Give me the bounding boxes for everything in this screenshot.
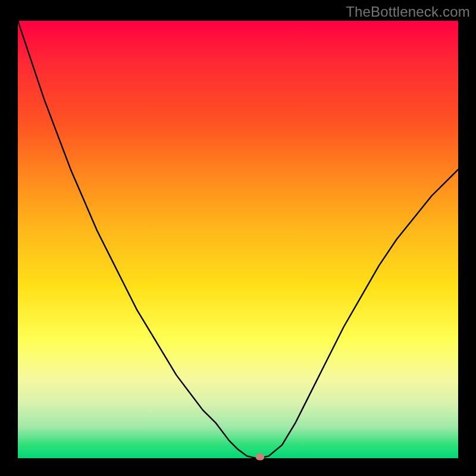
- attribution-label: TheBottleneck.com: [346, 4, 470, 20]
- chart-container: TheBottleneck.com: [0, 0, 476, 476]
- optimal-point-marker: [256, 454, 264, 461]
- bottleneck-curve: [18, 21, 458, 458]
- plot-area: [18, 21, 458, 458]
